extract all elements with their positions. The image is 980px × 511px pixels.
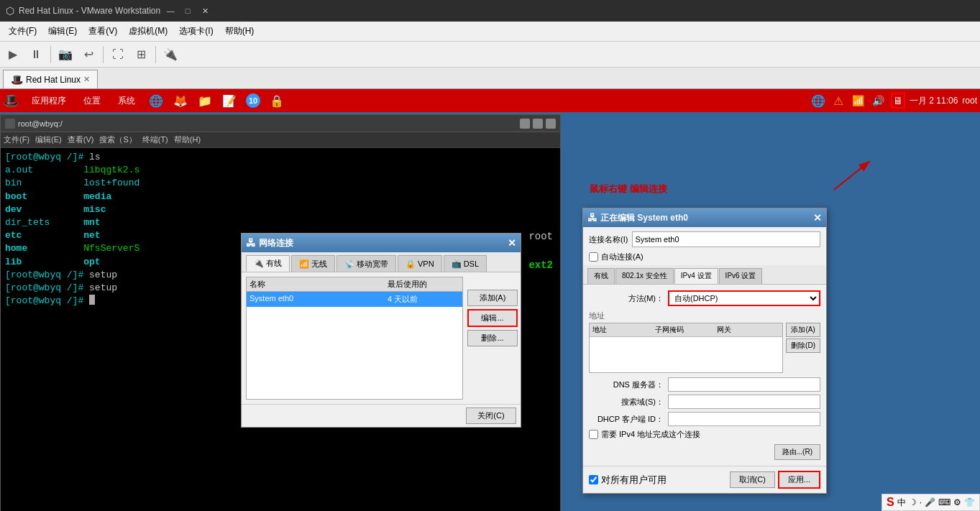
usb-button[interactable]: 🔌: [160, 45, 180, 65]
redhat-logo-icon[interactable]: 🎩: [3, 93, 19, 109]
net-table-body: System eth0 4 天以前: [246, 292, 463, 400]
full-screen-button[interactable]: ⛶: [108, 45, 128, 65]
ime-settings-icon[interactable]: ⚙: [953, 497, 961, 507]
power-button[interactable]: ▶: [3, 45, 23, 65]
net-tab-dsl[interactable]: 📺 DSL: [444, 255, 487, 272]
edit-tab-wired[interactable]: 有线: [587, 268, 615, 284]
dns-input[interactable]: [668, 377, 820, 392]
route-button[interactable]: 路由...(R): [774, 444, 820, 460]
net-dialog-close-button[interactable]: ✕: [508, 237, 516, 249]
menu-edit[interactable]: 编辑(E): [42, 24, 83, 39]
term-menu-terminal[interactable]: 终端(T): [142, 134, 168, 145]
net-dialog-title: 网络连接: [259, 237, 293, 249]
redhat-icon: 🎩: [11, 74, 23, 86]
net-edit-button[interactable]: 编辑...: [467, 309, 518, 327]
minimize-button[interactable]: —: [165, 6, 176, 16]
toolbar-separator-3: [155, 46, 156, 63]
rh-menu-places[interactable]: 位置: [79, 93, 105, 109]
update-notification-icon[interactable]: ⚠: [830, 93, 846, 109]
vm-tab[interactable]: 🎩 Red Hat Linux ✕: [3, 70, 98, 88]
net-tab-mobile[interactable]: 📡 移动宽带: [336, 255, 396, 272]
edit-dialog-title: 正在编辑 System eth0: [600, 212, 688, 224]
edit-tab-8021x[interactable]: 802.1x 安全性: [615, 268, 674, 284]
revert-button[interactable]: ↩: [78, 45, 99, 65]
net-tab-wired[interactable]: 🔌 有线: [246, 255, 290, 272]
terminal-title: root@wbyq:/: [18, 119, 63, 128]
ime-shirt-icon[interactable]: 👕: [964, 497, 975, 507]
ime-keyboard-icon[interactable]: ⌨: [938, 497, 951, 507]
net-add-button[interactable]: 添加(A): [467, 290, 518, 306]
browser-icon[interactable]: 🌐: [148, 93, 164, 109]
term-menu-file[interactable]: 文件(F): [4, 134, 29, 145]
vmware-logo-icon: ⬡: [6, 5, 14, 17]
lock-icon[interactable]: 🔒: [269, 93, 285, 109]
edit-tab-ipv4[interactable]: IPv4 设置: [674, 268, 718, 284]
menu-vm[interactable]: 虚拟机(M): [123, 24, 173, 39]
ipv4-require-row: 需要 IPv4 地址完成这个连接: [589, 429, 820, 440]
dhcp-id-label: DHCP 客户端 ID：: [589, 414, 668, 425]
network-manager-icon[interactable]: 📶: [851, 93, 866, 109]
unity-button[interactable]: ⊞: [131, 45, 151, 65]
net-delete-button[interactable]: 删除...: [467, 330, 518, 346]
add-address-button[interactable]: 添加(A): [786, 323, 820, 337]
tab-close-button[interactable]: ✕: [83, 75, 90, 84]
snapshot-button[interactable]: 📷: [55, 45, 75, 65]
term-line-5: dev misc: [5, 203, 556, 216]
method-select[interactable]: 自动(DHCP): [668, 290, 820, 306]
auto-connect-checkbox[interactable]: [589, 252, 598, 262]
rh-menu-apps[interactable]: 应用程序: [27, 93, 70, 109]
address-table-area: 地址 子网掩码 网关 添加(A) 删除(D): [589, 323, 820, 373]
dhcp-id-input[interactable]: [668, 412, 820, 426]
edit-dialog-icon: 🖧: [587, 212, 597, 224]
net-close-button[interactable]: 关闭(C): [466, 408, 516, 424]
delete-address-button[interactable]: 删除(D): [786, 339, 820, 353]
network-tray-icon[interactable]: 🖥: [891, 93, 905, 109]
apply-button[interactable]: 应用...: [778, 471, 820, 489]
update-badge[interactable]: 10: [246, 93, 260, 108]
svg-line-1: [834, 161, 870, 190]
edit-tab-ipv6[interactable]: IPv6 设置: [719, 268, 763, 284]
terminal-minimize-button[interactable]: [520, 119, 530, 129]
net-row-system-eth0[interactable]: System eth0 4 天以前: [247, 292, 462, 307]
route-row: 路由...(R): [589, 444, 820, 460]
volume-icon[interactable]: 🔊: [871, 93, 887, 109]
ime-cn-icon[interactable]: 中: [897, 497, 906, 509]
user-display: root: [962, 96, 977, 106]
search-domain-label: 搜索域(S)：: [589, 397, 668, 408]
all-users-label: 对所有用户可用: [601, 474, 667, 487]
menu-tabs[interactable]: 选项卡(I): [173, 24, 219, 39]
term-menu-view[interactable]: 查看(V): [68, 134, 94, 145]
term-menu-edit[interactable]: 编辑(E): [35, 134, 62, 145]
file-icon[interactable]: 📁: [197, 93, 213, 109]
cancel-button[interactable]: 取消(C): [730, 471, 775, 488]
menu-help[interactable]: 帮助(H): [219, 24, 260, 39]
rh-menu-system[interactable]: 系统: [114, 93, 139, 109]
mail-icon[interactable]: 🦊: [173, 93, 188, 109]
term-line-4: boot media: [5, 190, 556, 203]
close-button[interactable]: ✕: [199, 6, 211, 16]
pause-button[interactable]: ⏸: [26, 45, 46, 65]
text-icon[interactable]: 📝: [221, 93, 237, 109]
maximize-button[interactable]: □: [182, 6, 193, 16]
all-users-checkbox[interactable]: [589, 475, 598, 484]
term-menu-help[interactable]: 帮助(H): [174, 134, 201, 145]
ime-mic-icon[interactable]: 🎤: [925, 497, 935, 507]
search-domain-input[interactable]: [668, 395, 820, 409]
net-tab-vpn[interactable]: 🔒 VPN: [398, 255, 442, 272]
network-globe-icon[interactable]: 🌐: [810, 93, 826, 109]
address-table: 地址 子网掩码 网关: [589, 323, 783, 373]
menu-file[interactable]: 文件(F): [3, 24, 42, 39]
terminal-close-button[interactable]: [546, 119, 556, 129]
term-line-1: [root@wbyq /]# ls: [5, 151, 556, 164]
terminal-maximize-button[interactable]: [533, 119, 543, 129]
net-tab-wireless[interactable]: 📶 无线: [291, 255, 335, 272]
term-menu-search[interactable]: 搜索（S）: [99, 134, 136, 145]
ime-moon-icon: ☽: [909, 497, 917, 507]
ipv4-require-checkbox[interactable]: [589, 430, 598, 439]
connection-name-input[interactable]: [632, 231, 820, 247]
term-line-3: bin lost+found: [5, 177, 556, 190]
edit-dialog-close-button[interactable]: ✕: [813, 212, 822, 224]
datetime-display: 一月 2 11:06: [910, 95, 958, 107]
menu-view[interactable]: 查看(V): [83, 24, 123, 39]
toolbar-separator-1: [50, 46, 51, 63]
